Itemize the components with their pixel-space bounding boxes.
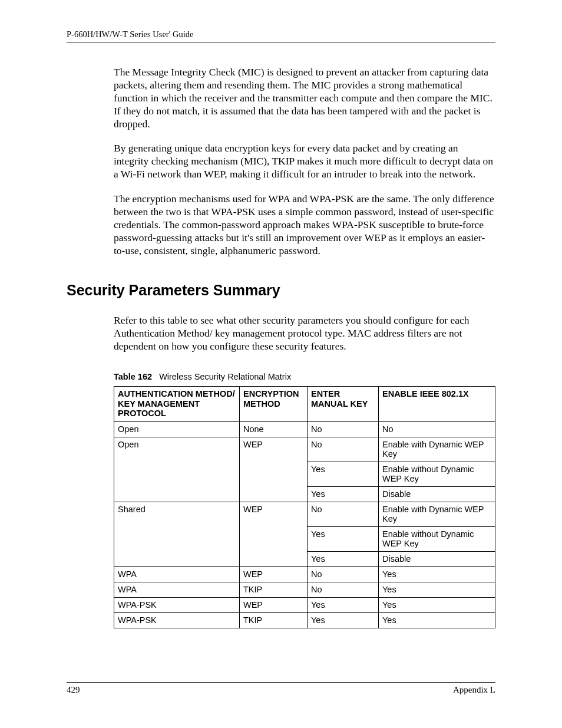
table-row: Open WEP No Enable with Dynamic WEP Key: [114, 437, 495, 462]
cell-enc: WEP: [240, 598, 308, 613]
cell-8021x: Yes: [379, 598, 495, 613]
cell-8021x: Enable without Dynamic WEP Key: [379, 462, 495, 487]
paragraph-wpa-psk: The encryption mechanisms used for WPA a…: [114, 193, 495, 257]
table-caption: Table 162 Wireless Security Relational M…: [114, 372, 495, 381]
cell-8021x: Yes: [379, 567, 495, 582]
cell-manual: No: [308, 567, 379, 582]
th-encryption: ENCRYPTION METHOD: [240, 387, 308, 422]
table-row: WPA TKIP No Yes: [114, 582, 495, 598]
paragraph-mic: The Message Integrity Check (MIC) is des…: [114, 66, 495, 130]
page-number: 429: [67, 685, 80, 695]
cell-manual: Yes: [308, 598, 379, 613]
cell-auth: WPA: [114, 582, 240, 598]
paragraph-tkip: By generating unique data encryption key…: [114, 142, 495, 181]
cell-manual: No: [308, 582, 379, 598]
th-manual-key: ENTER MANUAL KEY: [308, 387, 379, 422]
cell-enc: None: [240, 422, 308, 437]
table-title: Wireless Security Relational Matrix: [159, 372, 291, 381]
appendix-label: Appendix L: [453, 685, 495, 695]
cell-auth: Open: [114, 422, 240, 437]
cell-8021x: Disable: [379, 487, 495, 502]
th-ieee8021x: ENABLE IEEE 802.1X: [379, 387, 495, 422]
cell-manual: No: [308, 437, 379, 462]
header-title: P-660H/HW/W-T Series User' Guide: [67, 29, 193, 39]
cell-manual: No: [308, 502, 379, 527]
section-heading: Security Parameters Summary: [67, 282, 495, 299]
cell-auth: Shared: [114, 502, 240, 567]
cell-manual: Yes: [308, 527, 379, 552]
cell-enc: WEP: [240, 502, 308, 567]
table-row: Open None No No: [114, 422, 495, 437]
table-row: WPA-PSK WEP Yes Yes: [114, 598, 495, 613]
cell-enc: TKIP: [240, 613, 308, 628]
cell-manual: No: [308, 422, 379, 437]
running-header: P-660H/HW/W-T Series User' Guide: [67, 29, 495, 42]
cell-manual: Yes: [308, 487, 379, 502]
cell-8021x: Enable with Dynamic WEP Key: [379, 502, 495, 527]
th-auth-method: AUTHENTICATION METHOD/ KEY MANAGEMENT PR…: [114, 387, 240, 422]
cell-auth: Open: [114, 437, 240, 502]
table-row: WPA WEP No Yes: [114, 567, 495, 582]
table-row: Shared WEP No Enable with Dynamic WEP Ke…: [114, 502, 495, 527]
cell-enc: WEP: [240, 437, 308, 502]
table-number: Table 162: [114, 372, 152, 381]
cell-enc: WEP: [240, 567, 308, 582]
cell-auth: WPA: [114, 567, 240, 582]
cell-auth: WPA-PSK: [114, 598, 240, 613]
security-matrix-table: AUTHENTICATION METHOD/ KEY MANAGEMENT PR…: [114, 386, 495, 628]
cell-8021x: Enable without Dynamic WEP Key: [379, 527, 495, 552]
section-intro: Refer to this table to see what other se…: [114, 314, 495, 353]
page-footer: 429 Appendix L: [67, 682, 495, 695]
table-header-row: AUTHENTICATION METHOD/ KEY MANAGEMENT PR…: [114, 387, 495, 422]
cell-manual: Yes: [308, 462, 379, 487]
document-page: P-660H/HW/W-T Series User' Guide The Mes…: [0, 0, 562, 728]
cell-8021x: Enable with Dynamic WEP Key: [379, 437, 495, 462]
cell-auth: WPA-PSK: [114, 613, 240, 628]
cell-8021x: Disable: [379, 552, 495, 567]
cell-8021x: No: [379, 422, 495, 437]
cell-8021x: Yes: [379, 582, 495, 598]
cell-enc: TKIP: [240, 582, 308, 598]
cell-manual: Yes: [308, 552, 379, 567]
cell-manual: Yes: [308, 613, 379, 628]
table-row: WPA-PSK TKIP Yes Yes: [114, 613, 495, 628]
cell-8021x: Yes: [379, 613, 495, 628]
